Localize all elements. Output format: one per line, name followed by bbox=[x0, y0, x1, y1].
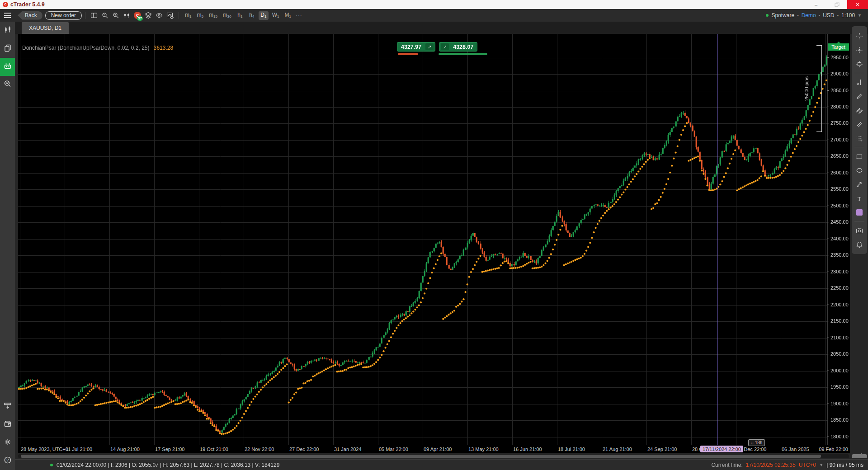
buy-button[interactable]: ↗ 4328.07 bbox=[439, 42, 477, 52]
chart-settings-icon[interactable] bbox=[165, 10, 175, 20]
automate-icon bbox=[3, 61, 12, 72]
drag-grip-icon: ∷ bbox=[751, 441, 753, 445]
wallet-icon bbox=[3, 419, 12, 430]
price-tick: 1800.00 bbox=[828, 434, 849, 439]
price-chart-canvas[interactable] bbox=[18, 34, 827, 445]
ctrader-logo-icon: c bbox=[3, 2, 8, 7]
connection-status-icon bbox=[766, 14, 769, 17]
range-measure-bracket[interactable] bbox=[816, 45, 822, 132]
current-time-label: Current time: bbox=[711, 462, 742, 468]
buy-depth-bar bbox=[439, 53, 487, 55]
sell-price: 4327.97 bbox=[399, 44, 424, 50]
time-label: 27 Dec 22:00 bbox=[289, 446, 319, 452]
account-selector[interactable]: Spotware • Demo • USD • 1:100 ▼ bbox=[766, 12, 862, 19]
timeframe-h4[interactable]: h4 bbox=[247, 11, 257, 20]
chart-scrollbar[interactable] bbox=[18, 454, 849, 458]
pen-icon[interactable] bbox=[853, 89, 866, 103]
timeframe-m1[interactable]: m1 bbox=[183, 11, 193, 20]
magnet-icon[interactable] bbox=[853, 57, 866, 71]
buy-arrow-icon: ↗ bbox=[441, 43, 449, 50]
sidebar-item-automate[interactable] bbox=[0, 58, 15, 76]
symbol-search-icon[interactable] bbox=[99, 10, 110, 20]
new-order-button[interactable]: New order bbox=[45, 11, 82, 20]
templates-icon[interactable] bbox=[143, 10, 154, 20]
chart-type-icon[interactable] bbox=[121, 10, 132, 20]
quote-buttons: 4327.97 ↗ ↗ 4328.07 bbox=[397, 42, 477, 55]
price-tick: 2950.00 bbox=[828, 55, 849, 60]
account-leverage: 1:100 bbox=[841, 12, 855, 19]
brush-icon[interactable] bbox=[853, 103, 866, 117]
app-title: cTrader 5.4.9 bbox=[10, 1, 45, 8]
restore-button[interactable] bbox=[826, 0, 847, 9]
price-tick: 2000.00 bbox=[828, 368, 849, 373]
price-tick: 2900.00 bbox=[828, 71, 849, 76]
price-tick: 2450.00 bbox=[828, 219, 849, 225]
measure-icon[interactable] bbox=[853, 43, 866, 57]
current-time-value: 17/10/2025 02:25:35 bbox=[746, 462, 796, 468]
fibonacci-icon[interactable]: F bbox=[853, 131, 866, 145]
text-icon[interactable]: T bbox=[853, 191, 866, 205]
crosshair-icon[interactable] bbox=[853, 29, 866, 43]
chevron-down-icon: ▼ bbox=[819, 463, 823, 467]
hatch-icon[interactable] bbox=[853, 117, 866, 131]
price-tick: 2700.00 bbox=[828, 137, 849, 142]
layout-icon[interactable] bbox=[89, 10, 99, 20]
broker-name: Spotware bbox=[771, 12, 794, 19]
period-separator-flag[interactable]: ∷ 18h bbox=[748, 439, 765, 446]
timeframe-m15[interactable]: m15 bbox=[207, 11, 219, 20]
indicators-icon[interactable]: c57 bbox=[132, 10, 143, 20]
vertical-crosshair-line[interactable] bbox=[717, 34, 718, 445]
back-button[interactable]: Back bbox=[18, 11, 42, 20]
sidebar-item-trade[interactable] bbox=[0, 22, 15, 40]
scrollbar-handle[interactable] bbox=[21, 455, 821, 458]
price-tick: 2050.00 bbox=[828, 351, 849, 357]
timeframe-D1[interactable]: D1 bbox=[259, 11, 269, 20]
title-bar: c cTrader 5.4.9 – ✕ bbox=[0, 0, 868, 9]
target-price-badge[interactable]: Target bbox=[828, 43, 849, 51]
restore-icon bbox=[835, 2, 840, 7]
zoom-in-icon[interactable] bbox=[110, 10, 121, 20]
copy-trading-icon bbox=[3, 43, 12, 54]
view-options-icon[interactable] bbox=[154, 10, 165, 20]
dot-line-icon[interactable] bbox=[853, 75, 866, 89]
chart-tab-bar: XAUUSD, D1 bbox=[15, 22, 868, 34]
sidebar-item-wallet[interactable] bbox=[0, 416, 15, 434]
sidebar-item-copy-trading[interactable] bbox=[0, 40, 15, 58]
indicator-label[interactable]: DonchianPsar (DonchianUpPsarDown, 0.02, … bbox=[22, 45, 173, 51]
more-timeframes-button[interactable]: ... bbox=[296, 10, 302, 18]
timeframe-m30[interactable]: m30 bbox=[221, 11, 233, 20]
sell-button[interactable]: 4327.97 ↗ bbox=[397, 42, 435, 52]
timeframe-h1[interactable]: h1 bbox=[235, 11, 245, 20]
timezone-selector[interactable]: UTC+0 bbox=[799, 462, 816, 468]
screenshot-icon[interactable] bbox=[853, 223, 866, 237]
range-measure-label: 25000 pips bbox=[803, 45, 810, 132]
sidebar-item-settings[interactable] bbox=[0, 434, 15, 452]
timeframe-M1[interactable]: M1 bbox=[283, 11, 293, 20]
ellipse-icon[interactable] bbox=[853, 163, 866, 177]
timeframe-W1[interactable]: W1 bbox=[270, 11, 281, 20]
sidebar-item-analyze[interactable] bbox=[0, 76, 15, 94]
minimize-button[interactable]: – bbox=[806, 0, 826, 9]
latency-value: | 90 ms / 95 ms bbox=[826, 462, 863, 468]
drawing-toolbar: FT bbox=[852, 26, 867, 254]
indicator-count-badge: 57 bbox=[137, 16, 143, 21]
time-label: 09 Feb 22:00 bbox=[819, 446, 848, 452]
time-label: 13 May 21:00 bbox=[468, 446, 499, 452]
indicators-logo-icon: c57 bbox=[134, 12, 141, 19]
sidebar-item-help[interactable]: ? bbox=[0, 452, 15, 470]
close-button[interactable]: ✕ bbox=[847, 0, 868, 9]
left-sidebar: ? bbox=[0, 22, 15, 470]
timeframe-m5[interactable]: m5 bbox=[195, 11, 205, 20]
tab-xauusd-d1[interactable]: XAUUSD, D1 bbox=[22, 22, 69, 34]
sidebar-item-deposit[interactable] bbox=[0, 398, 15, 416]
alerts-icon[interactable] bbox=[853, 237, 866, 251]
trend-arrow-icon[interactable] bbox=[853, 177, 866, 191]
main-toolbar: Back New order c57 m1m5m15m30h1h4D1W1M1 … bbox=[0, 9, 868, 22]
bar-status-icon bbox=[50, 464, 53, 466]
price-tick: 2600.00 bbox=[828, 170, 849, 175]
color-swatch-icon[interactable] bbox=[853, 205, 866, 219]
menu-icon[interactable] bbox=[0, 13, 15, 18]
rectangle-icon[interactable] bbox=[853, 149, 866, 163]
indicator-value: 3613.28 bbox=[154, 45, 173, 51]
axis-divider bbox=[827, 34, 828, 445]
